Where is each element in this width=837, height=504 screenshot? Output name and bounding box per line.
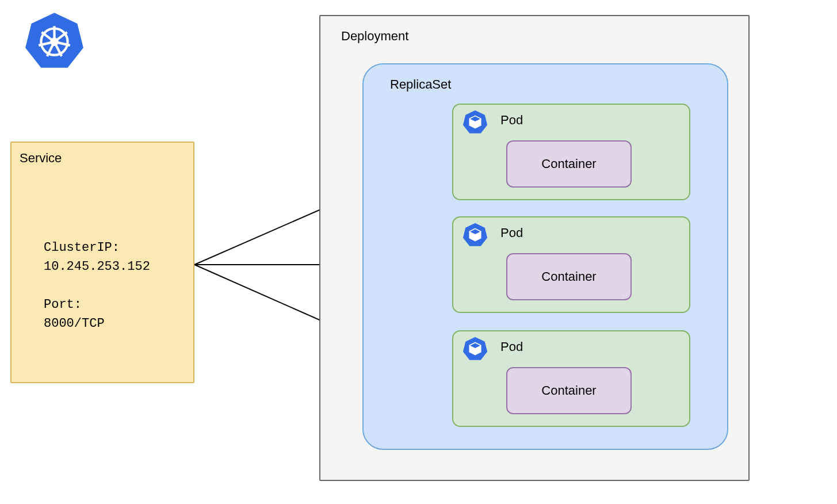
- pod-icon: [463, 109, 488, 135]
- pod-title: Pod: [500, 113, 523, 128]
- pod-icon: [463, 222, 488, 247]
- kubernetes-logo-icon: [24, 10, 85, 71]
- deployment-title: Deployment: [341, 29, 408, 44]
- pod-title: Pod: [500, 226, 523, 240]
- pod-icon: [463, 336, 488, 361]
- service-box: Service ClusterIP: 10.245.253.152 Port: …: [10, 142, 194, 383]
- pod-title: Pod: [500, 339, 523, 354]
- container-box: Container: [506, 140, 632, 188]
- service-details: ClusterIP: 10.245.253.152 Port: 8000/TCP: [44, 238, 150, 333]
- pod-box: Pod Container: [452, 330, 690, 427]
- pod-box: Pod Container: [452, 104, 690, 200]
- replicaset-title: ReplicaSet: [390, 77, 451, 92]
- pod-box: Pod Container: [452, 216, 690, 313]
- container-box: Container: [506, 253, 632, 300]
- container-label: Container: [541, 156, 596, 171]
- container-label: Container: [541, 269, 596, 284]
- service-title: Service: [20, 151, 62, 166]
- container-label: Container: [541, 383, 596, 398]
- container-box: Container: [506, 367, 632, 414]
